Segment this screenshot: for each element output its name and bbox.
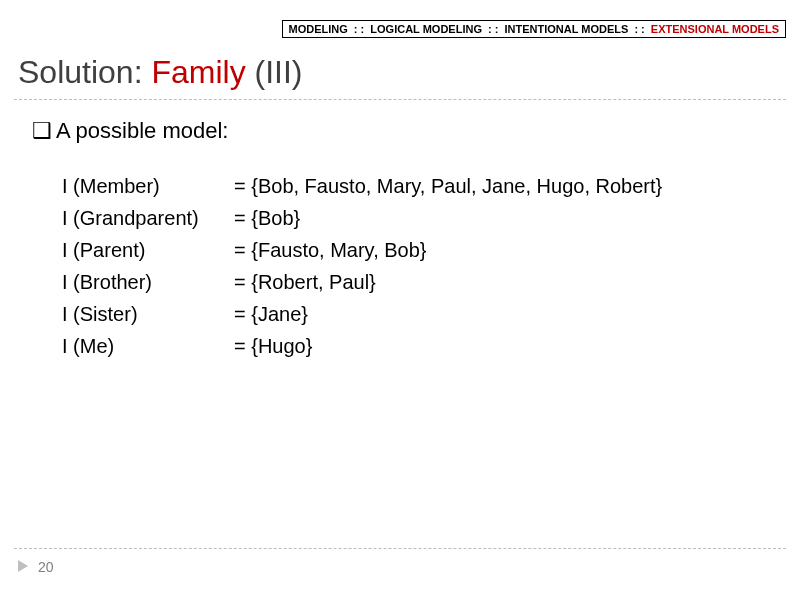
- slide-title: Solution: Family (III): [18, 54, 303, 91]
- model-rhs: = {Fausto, Mary, Bob}: [234, 234, 427, 266]
- model-rhs: = {Robert, Paul}: [234, 266, 376, 298]
- lead-line: ❑A possible model:: [32, 118, 228, 144]
- list-item: I (Sister) = {Jane}: [62, 298, 740, 330]
- title-pre: Solution:: [18, 54, 151, 90]
- page-number: 20: [38, 559, 54, 575]
- list-item: I (Member) = {Bob, Fausto, Mary, Paul, J…: [62, 170, 740, 202]
- arrow-icon: [18, 560, 28, 572]
- model-rhs: = {Hugo}: [234, 330, 312, 362]
- breadcrumb-sep: : :: [488, 23, 498, 35]
- list-item: I (Me) = {Hugo}: [62, 330, 740, 362]
- breadcrumb-item: LOGICAL MODELING: [370, 23, 482, 35]
- breadcrumb: MODELING : : LOGICAL MODELING : : INTENT…: [282, 20, 786, 38]
- breadcrumb-sep: : :: [354, 23, 364, 35]
- model-rhs: = {Bob}: [234, 202, 300, 234]
- model-lhs: I (Brother): [62, 266, 234, 298]
- divider-top: [14, 99, 786, 100]
- model-list: I (Member) = {Bob, Fausto, Mary, Paul, J…: [62, 170, 740, 362]
- list-item: I (Brother) = {Robert, Paul}: [62, 266, 740, 298]
- breadcrumb-item: INTENTIONAL MODELS: [504, 23, 628, 35]
- title-post: (III): [246, 54, 303, 90]
- model-lhs: I (Member): [62, 170, 234, 202]
- bullet-icon: ❑: [32, 118, 52, 144]
- model-lhs: I (Parent): [62, 234, 234, 266]
- breadcrumb-item: MODELING: [289, 23, 348, 35]
- breadcrumb-item-active: EXTENSIONAL MODELS: [651, 23, 779, 35]
- model-lhs: I (Grandparent): [62, 202, 234, 234]
- title-accent: Family: [151, 54, 245, 90]
- breadcrumb-sep: : :: [634, 23, 644, 35]
- model-rhs: = {Jane}: [234, 298, 308, 330]
- list-item: I (Grandparent) = {Bob}: [62, 202, 740, 234]
- model-rhs: = {Bob, Fausto, Mary, Paul, Jane, Hugo, …: [234, 170, 662, 202]
- lead-text: A possible model:: [56, 118, 228, 143]
- divider-bottom: [14, 548, 786, 549]
- slide: MODELING : : LOGICAL MODELING : : INTENT…: [0, 0, 800, 600]
- model-lhs: I (Me): [62, 330, 234, 362]
- model-lhs: I (Sister): [62, 298, 234, 330]
- list-item: I (Parent) = {Fausto, Mary, Bob}: [62, 234, 740, 266]
